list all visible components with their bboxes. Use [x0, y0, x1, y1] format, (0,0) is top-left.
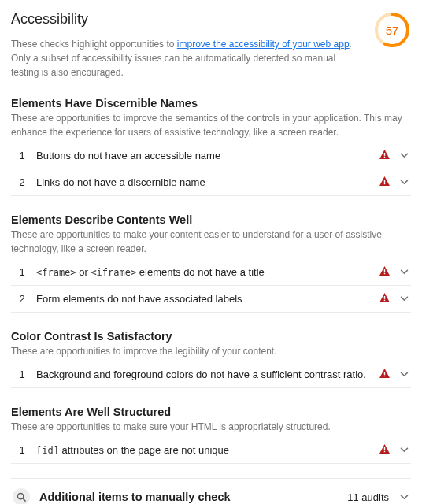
page-subtitle: These checks highlight opportunities to … — [11, 37, 365, 80]
svg-line-15 — [22, 498, 25, 501]
chevron-down-icon — [398, 153, 409, 158]
audit-row[interactable]: 2Links do not have a discernible name — [11, 169, 411, 196]
svg-rect-8 — [384, 296, 385, 299]
group-title: Elements Describe Contents Well — [11, 213, 411, 226]
score-gauge: 57 — [373, 11, 411, 49]
svg-rect-12 — [384, 447, 385, 450]
group-title: Elements Are Well Structured — [11, 406, 411, 418]
audit-index: 2 — [16, 176, 28, 188]
audit-index: 1 — [16, 369, 28, 380]
audit-row[interactable]: 1Buttons do not have an accessible name — [11, 143, 411, 169]
warning-icon — [379, 176, 391, 188]
svg-rect-13 — [384, 451, 385, 452]
warning-icon — [379, 369, 391, 380]
audit-text: Links do not have a discernible name — [36, 176, 372, 188]
svg-rect-5 — [384, 183, 385, 184]
warning-icon — [379, 444, 391, 456]
group-title: Color Contrast Is Satisfactory — [11, 330, 411, 343]
audit-row[interactable]: 1[id] attributes on the page are not uni… — [11, 437, 411, 464]
audit-text: Background and foreground colors do not … — [36, 369, 372, 380]
subtitle-pre: These checks highlight opportunities to — [11, 39, 177, 50]
header-text: Accessibility These checks highlight opp… — [11, 11, 373, 80]
group-description: These are opportunities to improve the s… — [11, 111, 411, 139]
chevron-down-icon — [398, 495, 409, 500]
audit-row[interactable]: 1Background and foreground colors do not… — [11, 361, 411, 388]
audit-index: 1 — [16, 266, 28, 278]
chevron-down-icon — [398, 296, 409, 302]
audit-text: <frame> or <iframe> elements do not have… — [36, 266, 372, 278]
audit-group: Elements Describe Contents WellThese are… — [11, 213, 411, 313]
svg-rect-7 — [384, 273, 385, 274]
audit-text: Form elements do not have associated lab… — [36, 293, 372, 305]
chevron-down-icon — [398, 447, 409, 453]
chevron-down-icon — [398, 372, 409, 377]
svg-rect-11 — [384, 376, 385, 376]
audit-group: Elements Are Well StructuredThese are op… — [11, 406, 411, 464]
audit-index: 1 — [16, 444, 28, 456]
warning-icon — [379, 293, 391, 305]
svg-point-14 — [17, 493, 23, 498]
svg-rect-9 — [384, 300, 385, 301]
svg-rect-2 — [384, 153, 385, 156]
summary-label: Additional items to manually check — [39, 491, 338, 503]
group-title: Elements Have Discernible Names — [11, 97, 411, 109]
audit-text: Buttons do not have an accessible name — [36, 150, 372, 161]
audit-index: 1 — [16, 150, 28, 161]
audit-group: Elements Have Discernible NamesThese are… — [11, 97, 411, 196]
score-value: 57 — [373, 11, 411, 49]
chevron-down-icon — [398, 180, 409, 185]
svg-rect-10 — [384, 372, 385, 375]
group-description: These are opportunities to make sure you… — [11, 420, 411, 434]
search-icon — [13, 488, 30, 504]
audit-text: [id] attributes on the page are not uniq… — [36, 444, 372, 456]
svg-rect-3 — [384, 157, 385, 158]
summary-row[interactable]: Additional items to manually check11 aud… — [11, 478, 411, 504]
page-title: Accessibility — [11, 11, 365, 28]
group-description: These are opportunities to improve the l… — [11, 344, 411, 358]
improve-accessibility-link[interactable]: improve the accessibility of your web ap… — [177, 39, 350, 50]
audit-index: 2 — [16, 293, 28, 305]
header: Accessibility These checks highlight opp… — [11, 11, 411, 80]
svg-rect-4 — [384, 180, 385, 183]
chevron-down-icon — [398, 269, 409, 275]
group-description: These are opportunities to make your con… — [11, 228, 411, 256]
warning-icon — [379, 266, 391, 278]
summary-count: 11 audits — [347, 491, 389, 503]
svg-rect-6 — [384, 269, 385, 272]
warning-icon — [379, 150, 391, 161]
audit-group: Color Contrast Is SatisfactoryThese are … — [11, 330, 411, 388]
audit-row[interactable]: 1<frame> or <iframe> elements do not hav… — [11, 259, 411, 286]
audit-row[interactable]: 2Form elements do not have associated la… — [11, 286, 411, 313]
